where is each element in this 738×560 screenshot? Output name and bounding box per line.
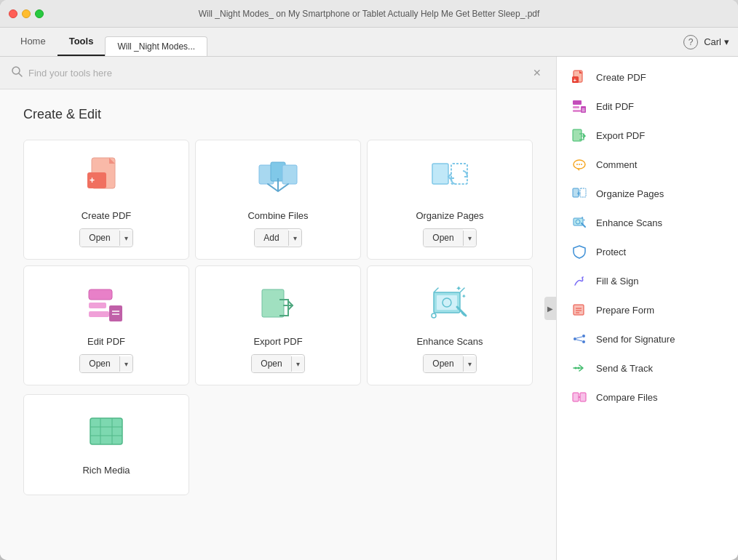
tool-card-rich-media[interactable]: Rich Media	[23, 394, 189, 495]
edit-pdf-label: Edit PDF	[87, 336, 125, 347]
svg-point-43	[579, 164, 580, 165]
svg-text:+: +	[574, 77, 577, 84]
svg-text:+: +	[90, 175, 95, 185]
create-pdf-open-btn[interactable]: Open	[80, 229, 119, 247]
sidebar-item-send-signature[interactable]: Send for Signature	[557, 324, 738, 353]
svg-point-62	[578, 367, 580, 369]
sidebar-edit-pdf-label: Edit PDF	[596, 101, 634, 112]
user-dropdown-icon[interactable]: ▾	[724, 36, 729, 47]
combine-files-icon	[255, 155, 301, 201]
tab-tools[interactable]: Tools	[57, 28, 106, 56]
combine-files-dropdown-btn[interactable]: ▾	[288, 231, 301, 246]
traffic-lights	[9, 9, 44, 18]
sidebar-item-send-track[interactable]: Send & Track	[557, 353, 738, 383]
svg-rect-11	[432, 164, 448, 184]
svg-rect-64	[580, 393, 586, 401]
svg-rect-13	[89, 303, 106, 308]
sidebar-fill-sign-label: Fill & Sign	[596, 276, 639, 287]
svg-point-57	[582, 340, 585, 343]
svg-rect-45	[573, 188, 579, 197]
sidebar-item-compare-files[interactable]: Compare Files	[557, 383, 738, 412]
sidebar-protect-label: Protect	[596, 247, 626, 257]
tool-card-create-pdf[interactable]: + Create PDF Open ▾	[23, 140, 189, 260]
svg-line-59	[576, 340, 582, 341]
create-pdf-dropdown-btn[interactable]: ▾	[119, 231, 132, 246]
svg-rect-8	[282, 165, 297, 184]
sidebar-organize-pages-label: Organize Pages	[596, 188, 664, 199]
clear-search-button[interactable]: ✕	[530, 65, 544, 80]
combine-files-add-btn[interactable]: Add	[255, 229, 287, 247]
export-pdf-icon	[255, 281, 301, 327]
tab-bar: Home Tools Will _Night Modes... ? Carl ▾	[0, 28, 738, 57]
svg-rect-20	[437, 295, 457, 310]
collapse-sidebar-arrow[interactable]: ▶	[544, 297, 556, 320]
sidebar-send-track-label: Send & Track	[596, 363, 653, 374]
svg-point-61	[575, 367, 577, 369]
enhance-scans-icon: ✦ ✦	[426, 281, 473, 327]
sidebar-export-pdf-label: Export PDF	[596, 130, 645, 141]
svg-line-58	[576, 337, 582, 338]
organize-pages-open-btn[interactable]: Open	[424, 229, 462, 247]
enhance-scans-open-btn[interactable]: Open	[424, 355, 462, 372]
edit-pdf-dropdown-btn[interactable]: ▾	[119, 356, 132, 372]
edit-pdf-btn-group: Open ▾	[79, 354, 132, 373]
main-window: Will _Night Modes_ on My Smartphone or T…	[0, 0, 738, 560]
export-pdf-dropdown-btn[interactable]: ▾	[291, 356, 304, 372]
maximize-button[interactable]	[35, 9, 44, 18]
tab-home[interactable]: Home	[9, 28, 57, 56]
title-bar: Will _Night Modes_ on My Smartphone or T…	[0, 0, 738, 28]
svg-rect-25	[90, 418, 122, 444]
sidebar-item-organize-pages[interactable]: Organize Pages	[557, 179, 738, 208]
search-input[interactable]	[28, 68, 524, 79]
organize-pages-dropdown-btn[interactable]: ▾	[463, 231, 476, 246]
svg-rect-10	[451, 164, 467, 184]
tool-card-combine-files[interactable]: Combine Files Add ▾	[195, 140, 361, 260]
sidebar-export-pdf-icon	[571, 127, 587, 143]
sidebar-organize-pages-icon	[571, 185, 587, 201]
close-button[interactable]	[9, 9, 17, 18]
rich-media-icon	[83, 409, 130, 456]
sidebar-prepare-form-label: Prepare Form	[596, 305, 654, 316]
sidebar-item-prepare-form[interactable]: Prepare Form	[557, 295, 738, 324]
svg-line-1	[19, 73, 22, 76]
edit-pdf-icon	[83, 281, 130, 327]
tool-card-export-pdf[interactable]: Export PDF Open ▾	[195, 265, 361, 385]
sidebar-fill-sign-icon	[571, 273, 587, 289]
svg-rect-18	[262, 289, 284, 317]
tab-document[interactable]: Will _Night Modes...	[105, 36, 207, 56]
sidebar-item-protect[interactable]: Protect	[557, 237, 738, 266]
combine-files-label: Combine Files	[247, 210, 308, 221]
enhance-scans-btn-group: Open ▾	[423, 354, 476, 373]
tool-card-organize-pages[interactable]: Organize Pages Open ▾	[367, 140, 533, 260]
svg-text:✦: ✦	[461, 293, 467, 300]
sidebar-create-pdf-label: Create PDF	[596, 72, 646, 83]
sidebar-item-export-pdf[interactable]: Export PDF	[557, 121, 738, 150]
svg-rect-35	[573, 106, 579, 108]
help-button[interactable]: ?	[683, 35, 698, 49]
combine-files-btn-group: Add ▾	[254, 228, 301, 247]
minimize-button[interactable]	[22, 9, 31, 18]
tool-card-edit-pdf[interactable]: Edit PDF Open ▾	[23, 265, 189, 385]
edit-pdf-open-btn[interactable]: Open	[80, 355, 119, 372]
sidebar-protect-icon	[571, 244, 587, 260]
user-menu[interactable]: Carl ▾	[704, 36, 729, 47]
sidebar-item-comment[interactable]: Comment	[557, 150, 738, 179]
enhance-scans-label: Enhance Scans	[416, 336, 483, 347]
sidebar-enhance-scans-label: Enhance Scans	[596, 217, 662, 228]
svg-rect-34	[573, 100, 582, 105]
sidebar-comment-icon	[571, 156, 587, 172]
export-pdf-open-btn[interactable]: Open	[252, 355, 290, 372]
svg-text:✦: ✦	[583, 218, 586, 222]
enhance-scans-dropdown-btn[interactable]: ▾	[463, 356, 476, 372]
export-pdf-btn-group: Open ▾	[251, 354, 304, 373]
sidebar-item-create-pdf[interactable]: + Create PDF	[557, 63, 738, 92]
tools-grid: + Create PDF Open ▾	[23, 140, 533, 495]
sidebar-send-signature-label: Send for Signature	[596, 334, 675, 345]
svg-point-56	[582, 335, 585, 337]
sidebar-item-edit-pdf[interactable]: Edit PDF	[557, 92, 738, 121]
sidebar-item-enhance-scans[interactable]: ✦ ✦ Enhance Scans	[557, 208, 738, 237]
sidebar-item-fill-sign[interactable]: Fill & Sign	[557, 266, 738, 295]
tool-card-enhance-scans[interactable]: ✦ ✦ Enhance Scans Open ▾	[367, 265, 533, 385]
create-pdf-label: Create PDF	[82, 210, 132, 221]
section-title-create-edit: Create & Edit	[23, 107, 533, 122]
